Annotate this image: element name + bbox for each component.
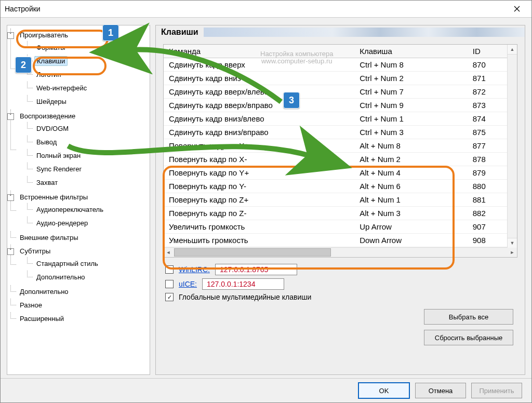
- tree-item[interactable]: Расширенный: [18, 314, 66, 323]
- cell-cmd[interactable]: Повернуть кадр по Y+: [164, 166, 354, 180]
- cell-key[interactable]: Alt + Num 3: [354, 207, 468, 220]
- cell-key[interactable]: Alt + Num 1: [354, 193, 468, 207]
- cell-id[interactable]: 880: [468, 180, 503, 193]
- cell-cmd[interactable]: Сдвинуть кадр вниз/влево: [164, 112, 354, 126]
- cell-id[interactable]: 874: [468, 112, 503, 126]
- keybindings-grid[interactable]: КомандаКлавишаIDСдвинуть кадр вверхCtrl …: [163, 44, 517, 258]
- tree-item[interactable]: Внешние фильтры: [18, 233, 81, 242]
- cell-cmd[interactable]: Повернуть кадр по Z+: [164, 193, 354, 207]
- cell-cmd[interactable]: Уменьшить громкость: [164, 234, 354, 247]
- table-row[interactable]: Сдвинуть кадр внизCtrl + Num 2871: [164, 72, 517, 85]
- cancel-button[interactable]: Отмена: [415, 383, 466, 398]
- scroll-thumb[interactable]: [174, 248, 331, 257]
- vertical-scrollbar[interactable]: ▲ ▼: [507, 45, 517, 248]
- tree-item[interactable]: Воспроизведение: [18, 112, 77, 120]
- cell-cmd[interactable]: Увеличить громкость: [164, 220, 354, 234]
- table-row[interactable]: Повернуть кадр по X-Alt + Num 2878: [164, 153, 517, 166]
- scroll-left-icon[interactable]: ◄: [164, 248, 173, 257]
- column-header-key[interactable]: Клавиша: [354, 45, 468, 58]
- tree-item[interactable]: Вывод: [34, 138, 59, 146]
- tree-item[interactable]: Полный экран: [34, 151, 83, 160]
- cell-key[interactable]: Ctrl + Num 3: [354, 126, 468, 139]
- table-row[interactable]: Увеличить громкостьUp Arrow907: [164, 220, 517, 234]
- cell-cmd[interactable]: Сдвинуть кадр вверх/влево: [164, 85, 354, 99]
- tree-item[interactable]: Встроенные фильтры: [18, 193, 90, 202]
- table-row[interactable]: Сдвинуть кадр вниз/влевоCtrl + Num 1874: [164, 112, 517, 126]
- select-all-button[interactable]: Выбрать все: [424, 309, 513, 325]
- uice-link[interactable]: uICE:: [179, 280, 197, 288]
- cell-id[interactable]: 872: [468, 85, 503, 99]
- cell-id[interactable]: 871: [468, 72, 503, 85]
- cell-key[interactable]: Ctrl + Num 1: [354, 112, 468, 126]
- tree-toggle-icon[interactable]: ˅: [7, 194, 14, 201]
- ok-button[interactable]: OK: [358, 382, 410, 399]
- tree-item[interactable]: Web-интерфейс: [34, 84, 89, 92]
- table-header-row[interactable]: КомандаКлавишаID: [164, 45, 517, 58]
- cell-id[interactable]: 875: [468, 126, 503, 139]
- tree-item[interactable]: DVD/OGM: [34, 124, 71, 133]
- uice-checkbox[interactable]: [165, 280, 174, 288]
- table-row[interactable]: Повернуть кадр по X+Alt + Num 8877: [164, 139, 517, 153]
- cell-key[interactable]: Ctrl + Num 9: [354, 99, 468, 112]
- cell-cmd[interactable]: Сдвинуть кадр вверх: [164, 58, 354, 72]
- scroll-down-icon[interactable]: ▼: [508, 238, 517, 248]
- scroll-right-icon[interactable]: ►: [508, 248, 517, 257]
- cell-id[interactable]: 879: [468, 166, 503, 180]
- tree-item[interactable]: Субтитры: [18, 247, 52, 256]
- winlirc-link[interactable]: WinLIRC:: [179, 265, 210, 274]
- table-row[interactable]: Повернуть кадр по Y+Alt + Num 4879: [164, 166, 517, 180]
- table-row[interactable]: Сдвинуть кадр вверх/влевоCtrl + Num 7872: [164, 85, 517, 99]
- tree-item[interactable]: Шейдеры: [34, 97, 69, 106]
- tree-toggle-icon[interactable]: ˅: [7, 32, 14, 39]
- tree-item[interactable]: Аудио-рендерер: [34, 219, 90, 227]
- cell-key[interactable]: Alt + Num 2: [354, 153, 468, 166]
- tree-item[interactable]: Логотип: [34, 70, 63, 79]
- tree-item[interactable]: Клавиши: [34, 56, 68, 66]
- horizontal-scrollbar[interactable]: ◄ ►: [164, 247, 517, 257]
- table-row[interactable]: Уменьшить громкостьDown Arrow908: [164, 234, 517, 247]
- tree-item[interactable]: Проигрыватель: [18, 31, 70, 39]
- winlirc-input[interactable]: 127.0.0.1:8765: [215, 264, 297, 275]
- cell-id[interactable]: 882: [468, 207, 503, 220]
- cell-cmd[interactable]: Повернуть кадр по Y-: [164, 180, 354, 193]
- cell-key[interactable]: Alt + Num 4: [354, 166, 468, 180]
- cell-key[interactable]: Alt + Num 6: [354, 180, 468, 193]
- table-row[interactable]: Повернуть кадр по Z+Alt + Num 1881: [164, 193, 517, 207]
- scroll-up-icon[interactable]: ▲: [508, 45, 517, 55]
- tree-toggle-icon[interactable]: ˅: [7, 248, 14, 255]
- tree-toggle-icon[interactable]: ˅: [7, 113, 14, 120]
- cell-key[interactable]: Down Arrow: [354, 234, 468, 247]
- cell-cmd[interactable]: Повернуть кадр по X+: [164, 139, 354, 153]
- apply-button[interactable]: Применить: [471, 383, 522, 398]
- cell-id[interactable]: 907: [468, 220, 503, 234]
- category-tree[interactable]: ˅Проигрыватель>Форматы>Клавиши>Логотип>W…: [8, 29, 149, 326]
- table-row[interactable]: Повернуть кадр по Z-Alt + Num 3882: [164, 207, 517, 220]
- cell-id[interactable]: 877: [468, 139, 503, 153]
- tree-item[interactable]: Захват: [34, 178, 60, 187]
- table-row[interactable]: Сдвинуть кадр вверх/вправоCtrl + Num 987…: [164, 99, 517, 112]
- tree-item[interactable]: Аудиопереключатель: [34, 205, 105, 214]
- cell-key[interactable]: Alt + Num 8: [354, 139, 468, 153]
- cell-cmd[interactable]: Повернуть кадр по X-: [164, 153, 354, 166]
- tree-item[interactable]: Дополнительно: [18, 287, 71, 296]
- cell-id[interactable]: 870: [468, 58, 503, 72]
- cell-cmd[interactable]: Сдвинуть кадр вверх/вправо: [164, 99, 354, 112]
- column-header-id[interactable]: ID: [468, 45, 503, 58]
- tree-item[interactable]: Стандартный стиль: [34, 259, 100, 268]
- uice-input[interactable]: 127.0.0.1:1234: [202, 278, 284, 290]
- cell-cmd[interactable]: Повернуть кадр по Z-: [164, 207, 354, 220]
- cell-id[interactable]: 878: [468, 153, 503, 166]
- table-row[interactable]: Повернуть кадр по Y-Alt + Num 6880: [164, 180, 517, 193]
- table-row[interactable]: Сдвинуть кадр вверхCtrl + Num 8870: [164, 58, 517, 72]
- tree-item[interactable]: Разное: [18, 301, 44, 310]
- tree-item[interactable]: Sync Renderer: [34, 165, 84, 173]
- cell-key[interactable]: Ctrl + Num 8: [354, 58, 468, 72]
- cell-id[interactable]: 873: [468, 99, 503, 112]
- cell-key[interactable]: Ctrl + Num 2: [354, 72, 468, 85]
- column-header-cmd[interactable]: Команда: [164, 45, 354, 58]
- winlirc-checkbox[interactable]: [165, 265, 174, 274]
- cell-key[interactable]: Up Arrow: [354, 220, 468, 234]
- table-row[interactable]: Сдвинуть кадр вниз/вправоCtrl + Num 3875: [164, 126, 517, 139]
- cell-cmd[interactable]: Сдвинуть кадр вниз: [164, 72, 354, 85]
- tree-item[interactable]: Дополнительно: [34, 273, 87, 281]
